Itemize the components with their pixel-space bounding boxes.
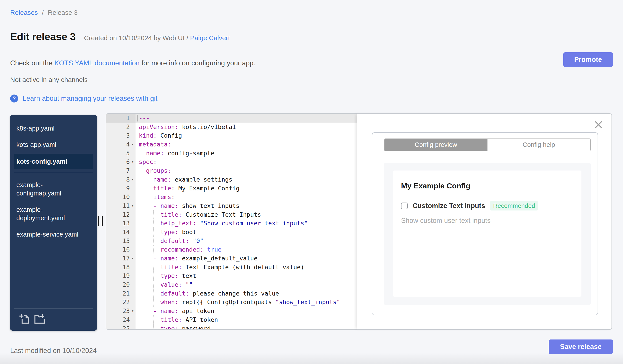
code-text: - name: example_default_value: [135, 254, 357, 263]
yaml-code-editor[interactable]: 1---2apiVersion: kots.io/v1beta13kind: C…: [106, 113, 357, 330]
channel-status: Not active in any channels: [10, 76, 88, 83]
code-line-25[interactable]: 25 type: password: [106, 324, 357, 330]
breadcrumb-releases-link[interactable]: Releases: [10, 9, 38, 16]
code-line-20[interactable]: 20 value: "": [106, 280, 357, 289]
code-line-6[interactable]: 6▾spec:: [106, 158, 357, 166]
code-line-21[interactable]: 21 default: please change this value: [106, 289, 357, 298]
line-number: 3: [106, 131, 135, 140]
text-cursor: [137, 115, 138, 121]
code-line-13[interactable]: 13 help_text: "Show custom user text inp…: [106, 219, 357, 228]
code-text: default: please change this value: [135, 289, 357, 298]
fold-arrow-icon[interactable]: ▾: [130, 254, 135, 263]
preview-content-area: My Example Config Customize Text Inputs …: [384, 163, 591, 305]
fold-slot-empty: [130, 298, 135, 306]
line-number: 9: [106, 184, 135, 193]
code-line-11[interactable]: 11▾ - name: show_text_inputs: [106, 202, 357, 210]
sidebar-editor-resize-handle[interactable]: [98, 216, 105, 226]
line-number: 16: [106, 245, 135, 254]
code-text: title: Text Example (with default value): [135, 263, 357, 272]
sidebar-footer-divider: [14, 309, 93, 309]
close-icon[interactable]: [595, 121, 602, 129]
sidebar-file-kots-config.yaml[interactable]: kots-config.yaml: [14, 154, 93, 169]
code-text: kind: Config: [135, 131, 357, 140]
code-line-19[interactable]: 19 type: text: [106, 271, 357, 280]
code-line-5[interactable]: 5 name: config-sample: [106, 149, 357, 158]
fold-slot-empty: [130, 184, 135, 193]
last-modified-text: Last modified on 10/10/2024: [10, 347, 97, 355]
code-line-2[interactable]: 2apiVersion: kots.io/v1beta1: [106, 122, 357, 131]
customize-text-inputs-checkbox[interactable]: [401, 202, 408, 209]
line-number: 20: [106, 280, 135, 289]
breadcrumb-current: Release 3: [48, 9, 78, 16]
code-text: name: config-sample: [135, 149, 357, 158]
promote-button[interactable]: Promote: [563, 52, 613, 67]
sidebar-file-example-deployment.yaml[interactable]: example-deployment.yaml: [10, 202, 97, 226]
config-item-label: Customize Text Inputs: [413, 202, 485, 210]
code-line-3[interactable]: 3kind: Config: [106, 131, 357, 140]
code-line-22[interactable]: 22 when: repl{{ ConfigOptionEquals "show…: [106, 298, 357, 306]
code-line-4[interactable]: 4▾metadata:: [106, 140, 357, 149]
add-folder-icon[interactable]: [34, 314, 45, 325]
code-text: - name: example_settings: [135, 175, 357, 184]
code-line-10[interactable]: 10 items:: [106, 193, 357, 202]
fold-arrow-icon[interactable]: ▾: [130, 306, 135, 315]
git-releases-link[interactable]: Learn about managing your releases with …: [22, 95, 157, 102]
code-line-23[interactable]: 23▾ - name: api_token: [106, 306, 357, 315]
fold-arrow-icon[interactable]: ▾: [130, 175, 135, 184]
page-title: Edit release 3: [10, 30, 76, 43]
fold-arrow-icon[interactable]: ▾: [130, 158, 135, 166]
code-line-12[interactable]: 12 title: Customize Text Inputs: [106, 210, 357, 219]
fold-slot-empty: [130, 263, 135, 272]
code-text: groups:: [135, 166, 357, 175]
fold-slot-empty: [130, 324, 135, 330]
indent-guide: [153, 280, 154, 289]
line-number: 18: [106, 263, 135, 272]
code-text: apiVersion: kots.io/v1beta1: [135, 122, 357, 131]
config-group-card: My Example Config Customize Text Inputs …: [393, 170, 581, 297]
indent-guide: [153, 298, 154, 306]
code-text: spec:: [135, 158, 357, 166]
fold-slot-empty: [130, 219, 135, 228]
code-line-9[interactable]: 9 title: My Example Config: [106, 184, 357, 193]
add-file-icon[interactable]: [19, 314, 30, 325]
question-icon: ?: [10, 95, 18, 102]
fold-slot-empty: [130, 228, 135, 237]
code-text: items:: [135, 193, 357, 202]
config-item-row: Customize Text Inputs Recommended: [401, 201, 581, 210]
fold-slot-empty: [130, 131, 135, 140]
code-line-24[interactable]: 24 title: API token: [106, 315, 357, 324]
line-number: 5: [106, 149, 135, 158]
code-line-18[interactable]: 18 title: Text Example (with default val…: [106, 263, 357, 272]
tab-config-preview[interactable]: Config preview: [384, 139, 488, 151]
sidebar-file-example-service.yaml[interactable]: example-service.yaml: [10, 226, 97, 243]
title-row: Edit release 3 Created on 10/10/2024 by …: [10, 30, 230, 43]
code-line-8[interactable]: 8▾ - name: example_settings: [106, 175, 357, 184]
code-text: title: My Example Config: [135, 184, 357, 193]
config-group-title: My Example Config: [401, 182, 581, 190]
sidebar-file-k8s-app.yaml[interactable]: k8s-app.yaml: [10, 120, 97, 137]
indent-guide: [153, 271, 154, 280]
config-preview-card: Config preview Config help My Example Co…: [372, 132, 598, 315]
fold-arrow-icon[interactable]: ▾: [130, 202, 135, 210]
sidebar-file-kots-app.yaml[interactable]: kots-app.yaml: [10, 137, 97, 153]
line-number: 15: [106, 237, 135, 245]
indent-guide: [153, 219, 154, 228]
code-line-17[interactable]: 17▾ - name: example_default_value: [106, 254, 357, 263]
code-line-7[interactable]: 7 groups:: [106, 166, 357, 175]
line-number: 2: [106, 122, 135, 131]
line-number: 11▾: [106, 202, 135, 210]
author-link[interactable]: Paige Calvert: [190, 34, 230, 41]
preview-tabs: Config preview Config help: [384, 139, 591, 151]
fold-slot-empty: [130, 210, 135, 219]
code-line-15[interactable]: 15 default: "0": [106, 237, 357, 245]
sidebar-divider: [14, 173, 93, 173]
docs-text-after: for more info on configuring your app.: [139, 59, 255, 67]
save-release-button[interactable]: Save release: [549, 340, 613, 354]
code-line-1[interactable]: 1---: [106, 114, 357, 122]
sidebar-file-example-configmap.yaml[interactable]: example-configmap.yaml: [10, 177, 97, 202]
kots-yaml-docs-link[interactable]: KOTS YAML documentation: [54, 59, 139, 67]
tab-config-help[interactable]: Config help: [488, 139, 591, 151]
fold-arrow-icon[interactable]: ▾: [130, 140, 135, 149]
code-line-16[interactable]: 16 recommended: true: [106, 245, 357, 254]
code-line-14[interactable]: 14 type: bool: [106, 228, 357, 237]
